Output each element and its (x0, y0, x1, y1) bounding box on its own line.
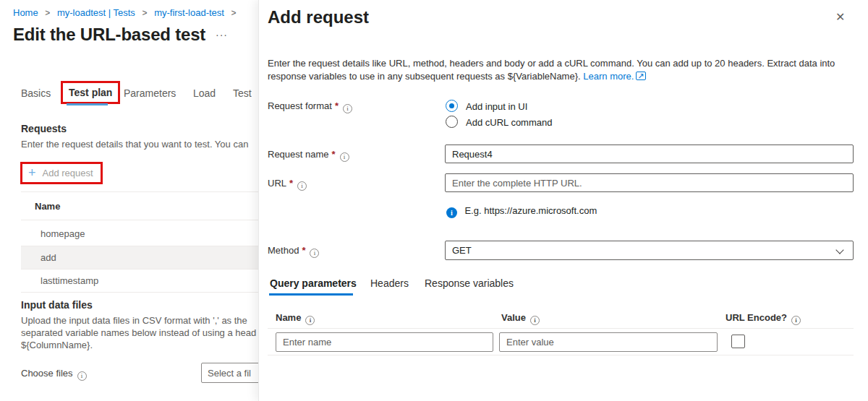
external-link-icon: ↗ (636, 72, 645, 80)
requests-heading: Requests (21, 123, 67, 134)
breadcrumb-home[interactable]: Home (13, 7, 38, 18)
request-format-label: Request format*i (268, 100, 352, 113)
table-border (21, 220, 258, 220)
plus-icon: + (28, 167, 36, 178)
request-name-input[interactable] (445, 145, 854, 163)
subtab-query-parameters[interactable]: Query parameters (270, 277, 357, 289)
radio-label-add-input-in-ui[interactable]: Add input in UI (466, 101, 527, 112)
screen: Home > my-loadtest | Tests > my-first-lo… (0, 0, 868, 401)
requests-description: Enter the request details that you want … (21, 139, 248, 150)
info-icon[interactable]: i (310, 249, 319, 258)
url-hint-text: E.g. https://azure.microsoft.com (464, 205, 597, 216)
tab-basics[interactable]: Basics (21, 87, 51, 99)
tab-test-criteria[interactable]: Test (233, 87, 252, 99)
page-title: Edit the URL-based test (13, 25, 205, 45)
method-select[interactable]: GET (445, 241, 854, 260)
required-asterisk: * (335, 100, 339, 111)
url-hint: i E.g. https://azure.microsoft.com (446, 205, 597, 218)
required-asterisk: * (302, 245, 305, 256)
table-row-add[interactable]: add (41, 252, 56, 263)
param-col-url-encode: URL Encode?i (726, 312, 801, 325)
select-file-input[interactable] (201, 363, 258, 383)
subtab-headers[interactable]: Headers (370, 277, 409, 289)
radio-add-curl-command[interactable] (446, 116, 458, 128)
table-row-highlight (21, 246, 258, 269)
table-border (21, 191, 258, 192)
panel-title: Add request (268, 7, 369, 27)
learn-more-link[interactable]: Learn more. (583, 71, 634, 82)
url-input[interactable] (445, 173, 854, 192)
main-page: Home > my-loadtest | Tests > my-first-lo… (0, 0, 258, 401)
requests-column-name[interactable]: Name (35, 201, 60, 212)
chevron-down-icon (835, 246, 843, 254)
breadcrumb-separator: > (231, 8, 237, 18)
selected-tab-underline (67, 103, 108, 105)
tab-test-plan[interactable]: Test plan (69, 87, 112, 98)
more-options-icon[interactable]: ··· (216, 29, 228, 40)
breadcrumb-first-load-test[interactable]: my-first-load-test (154, 7, 224, 18)
panel-description-line2: response variables to use in any subsequ… (268, 71, 646, 82)
info-filled-icon: i (446, 207, 457, 218)
param-col-value: Valuei (501, 312, 540, 325)
info-icon[interactable]: i (791, 316, 801, 325)
add-request-button[interactable]: Add request (43, 168, 93, 178)
required-asterisk: * (332, 149, 336, 160)
param-table-border (268, 355, 854, 355)
info-icon[interactable]: i (297, 181, 307, 191)
param-col-name: Namei (276, 312, 315, 325)
info-icon[interactable]: i (343, 104, 352, 113)
input-data-files-desc-line3: ${ColumnName}. (21, 340, 93, 350)
table-border (21, 292, 258, 293)
close-icon[interactable]: ✕ (835, 10, 845, 24)
breadcrumb-separator: > (142, 8, 147, 18)
url-label: URL*i (268, 178, 307, 191)
input-data-files-heading: Input data files (21, 299, 93, 311)
url-encode-checkbox[interactable] (731, 335, 745, 348)
info-icon[interactable]: i (530, 316, 540, 325)
info-icon[interactable]: i (305, 316, 315, 325)
input-data-files-desc-line2: separated variable names below instead o… (21, 327, 256, 338)
method-label: Method*i (268, 245, 319, 258)
radio-label-add-curl-command[interactable]: Add cURL command (466, 117, 552, 128)
tab-parameters[interactable]: Parameters (124, 87, 176, 99)
table-row-lasttimestamp[interactable]: lasttimestamp (41, 275, 98, 286)
radio-add-input-in-ui[interactable] (446, 100, 458, 112)
table-row-homepage[interactable]: homepage (41, 228, 85, 239)
breadcrumb: Home > my-loadtest | Tests > my-first-lo… (13, 7, 241, 18)
info-icon[interactable]: i (340, 152, 349, 162)
input-data-files-desc-line1: Upload the input data files in CSV forma… (21, 315, 247, 326)
panel-description-line1: Enter the request details like URL, meth… (268, 58, 835, 69)
info-icon[interactable]: i (77, 371, 87, 381)
param-value-input[interactable] (499, 332, 718, 352)
breadcrumb-separator: > (45, 8, 50, 18)
breadcrumb-loadtest-tests[interactable]: my-loadtest | Tests (57, 7, 135, 18)
required-asterisk: * (289, 178, 293, 189)
param-name-input[interactable] (276, 332, 493, 352)
subtab-response-variables[interactable]: Response variables (425, 277, 514, 289)
tab-load[interactable]: Load (193, 87, 216, 99)
table-border (21, 269, 258, 270)
choose-files-label: Choose filesi (21, 368, 87, 381)
add-request-annotation-box: + Add request (20, 162, 103, 184)
param-table-border (268, 328, 854, 329)
subtab-underline (269, 293, 353, 296)
test-plan-annotation-box: Test plan (61, 81, 120, 104)
request-name-label: Request name*i (268, 149, 349, 162)
